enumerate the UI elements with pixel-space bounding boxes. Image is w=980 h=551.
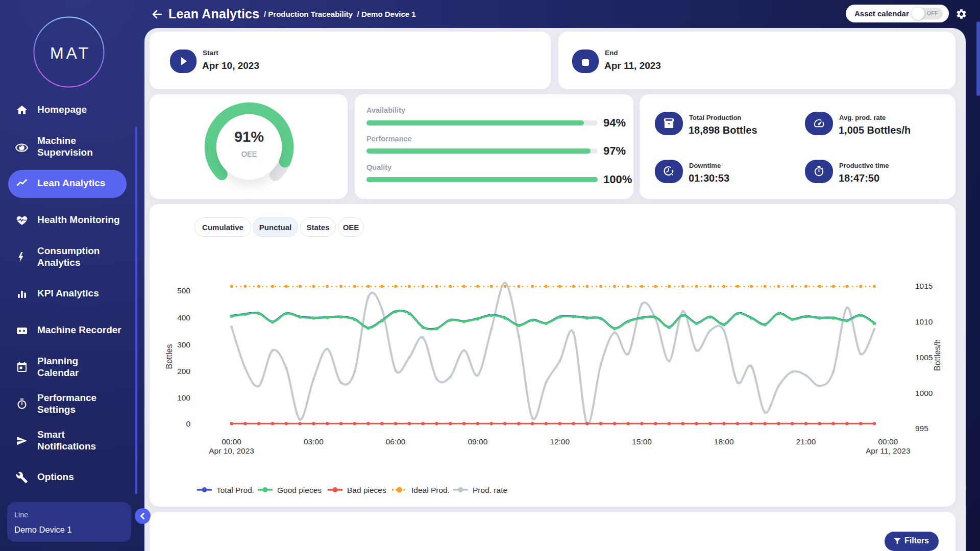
svg-text:Apr 10, 2023: Apr 10, 2023 <box>209 446 254 455</box>
svg-text:400: 400 <box>177 313 190 322</box>
svg-text:Ideal Prod.: Ideal Prod. <box>411 486 450 494</box>
svg-text:1010: 1010 <box>915 317 933 326</box>
svg-text:500: 500 <box>177 286 190 295</box>
svg-text:1000: 1000 <box>915 389 933 397</box>
svg-text:Bottles: Bottles <box>165 344 174 369</box>
svg-text:Prod. rate: Prod. rate <box>473 486 507 494</box>
svg-text:200: 200 <box>177 367 190 375</box>
svg-text:100: 100 <box>177 393 190 402</box>
svg-text:300: 300 <box>177 340 190 349</box>
svg-text:00:00: 00:00 <box>878 437 898 446</box>
svg-text:12:00: 12:00 <box>550 437 570 446</box>
svg-text:21:00: 21:00 <box>796 437 816 446</box>
svg-text:Bad pieces: Bad pieces <box>347 486 386 494</box>
svg-text:1005: 1005 <box>915 353 933 362</box>
svg-text:18:00: 18:00 <box>714 437 734 446</box>
svg-text:Good pieces: Good pieces <box>277 486 322 494</box>
svg-text:00:00: 00:00 <box>222 437 241 446</box>
svg-text:1015: 1015 <box>915 282 933 290</box>
svg-text:06:00: 06:00 <box>386 437 406 446</box>
svg-text:03:00: 03:00 <box>304 437 324 446</box>
svg-text:Bottles/h: Bottles/h <box>933 339 942 371</box>
svg-text:MAT: MAT <box>50 44 91 62</box>
svg-text:Apr 11, 2023: Apr 11, 2023 <box>866 446 911 455</box>
svg-text:09:00: 09:00 <box>468 437 488 446</box>
svg-text:995: 995 <box>915 424 928 433</box>
svg-text:0: 0 <box>186 419 190 428</box>
svg-text:Total Prod.: Total Prod. <box>216 486 254 494</box>
svg-text:15:00: 15:00 <box>632 437 652 446</box>
